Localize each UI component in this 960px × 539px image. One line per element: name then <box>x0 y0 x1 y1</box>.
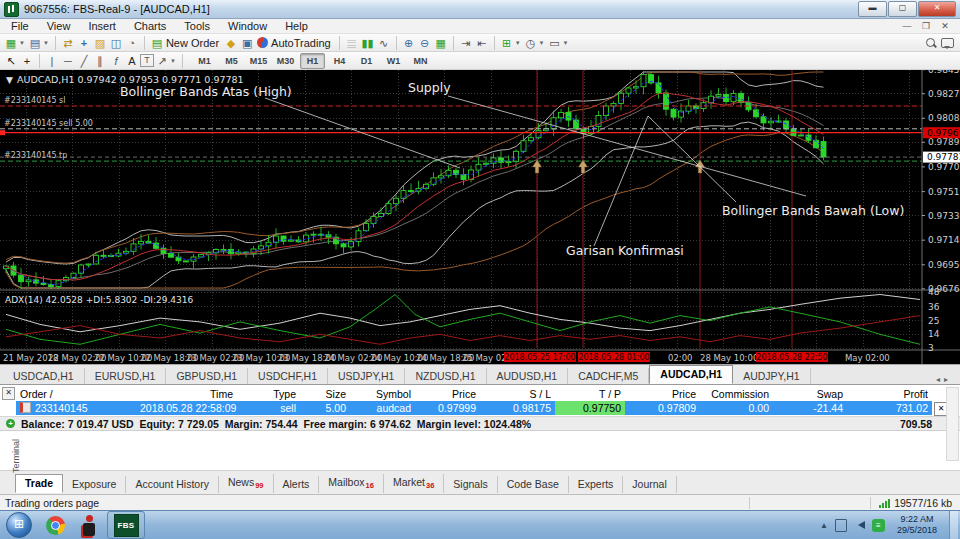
autotrading-icon[interactable] <box>257 37 268 48</box>
horizontal-line-icon[interactable]: ─ <box>60 53 76 69</box>
menu-item-help[interactable]: Help <box>276 20 317 32</box>
strategy-tester-icon[interactable]: ◔ <box>124 35 140 51</box>
profiles-icon[interactable]: ▤ <box>27 35 43 51</box>
timeframe-m30[interactable]: M30 <box>273 53 298 69</box>
templates-dropdown-icon[interactable]: ▼ <box>563 40 569 46</box>
action-center-icon[interactable] <box>835 519 847 532</box>
chart-tab-audjpy-h1[interactable]: AUDJPY,H1 <box>733 368 810 384</box>
auto-scroll-icon[interactable]: ⇥ <box>458 35 474 51</box>
timeframe-mn[interactable]: MN <box>408 53 433 69</box>
zoom-out-icon[interactable]: ⊖ <box>417 35 433 51</box>
start-button[interactable]: ⊞ <box>6 512 32 538</box>
text-label-icon[interactable]: T <box>140 54 154 67</box>
menu-item-window[interactable]: Window <box>219 20 276 32</box>
terminal-tab-exposure[interactable]: Exposure <box>63 476 126 493</box>
app-taskbar-button[interactable] <box>73 512 105 538</box>
channel-icon[interactable]: ∥ <box>92 53 108 69</box>
column-header-t-p[interactable]: T / P <box>555 387 625 401</box>
timeframe-h4[interactable]: H4 <box>327 53 352 69</box>
chart-tab-audcad-h1[interactable]: AUDCAD,H1 <box>649 365 733 384</box>
arrows-dropdown-icon[interactable]: ▼ <box>170 58 176 64</box>
chart-minimize-button[interactable]: — <box>900 21 914 31</box>
profiles-dropdown-icon[interactable]: ▼ <box>43 40 49 46</box>
column-header-swap[interactable]: Swap <box>773 387 847 401</box>
chart-tab-usdcad-h1[interactable]: USDCAD,H1 <box>3 368 85 384</box>
periods-dropdown-icon[interactable]: ▼ <box>539 40 545 46</box>
chart-tab-nzdusd-h1[interactable]: NZDUSD,H1 <box>405 368 486 384</box>
column-header-order[interactable]: Order / <box>16 387 136 401</box>
menu-item-insert[interactable]: Insert <box>79 20 125 32</box>
metaeditor-icon[interactable]: ◆ <box>223 35 239 51</box>
timeframe-w1[interactable]: W1 <box>381 53 406 69</box>
menu-item-charts[interactable]: Charts <box>125 20 175 32</box>
bar-chart-icon[interactable]: 𝄙 <box>344 35 360 51</box>
column-header-price[interactable]: Price <box>415 387 480 401</box>
show-desktop-button[interactable] <box>949 511 958 539</box>
timeframe-d1[interactable]: D1 <box>354 53 379 69</box>
periods-icon[interactable]: ◷ <box>523 35 539 51</box>
new-chart-icon[interactable]: ▦ <box>3 35 19 51</box>
autotrading-button[interactable]: AutoTrading <box>271 37 331 49</box>
column-header-size[interactable]: Size <box>300 387 350 401</box>
timeframe-m5[interactable]: M5 <box>219 53 244 69</box>
timeframe-m15[interactable]: M15 <box>246 53 271 69</box>
menu-item-file[interactable]: File <box>2 20 38 32</box>
messenger-tray-icon[interactable]: ≡ <box>872 519 885 532</box>
search-icon[interactable] <box>926 38 935 47</box>
tab-scroll-arrows[interactable]: ◂▸ <box>936 375 960 384</box>
chart-tab-audusd-h1[interactable]: AUDUSD,H1 <box>487 368 569 384</box>
terminal-icon[interactable]: ◫ <box>108 35 124 51</box>
indicators-dropdown-icon[interactable]: ▼ <box>515 40 521 46</box>
new-order-icon[interactable]: ▤ <box>149 35 165 51</box>
vertical-line-icon[interactable]: | <box>44 53 60 69</box>
terminal-scrollbar[interactable] <box>946 387 959 461</box>
crosshair-icon[interactable]: + <box>19 53 35 69</box>
chart-tab-usdchf-h1[interactable]: USDCHF,H1 <box>248 368 328 384</box>
chrome-taskbar-button[interactable] <box>39 512 71 538</box>
column-header-s-l[interactable]: S / L <box>480 387 555 401</box>
terminal-tab-market[interactable]: Market36 <box>384 474 444 493</box>
column-header-time[interactable]: Time <box>136 387 237 401</box>
title-bar[interactable]: 9067556: FBS-Real-9 - [AUDCAD,H1] ▬ ▢ ✕ <box>0 0 960 19</box>
timeframe-h1[interactable]: H1 <box>300 53 325 69</box>
chart-tab-usdjpy-h1[interactable]: USDJPY,H1 <box>328 368 405 384</box>
fbs-taskbar-button[interactable]: FBS <box>107 511 145 539</box>
taskbar-clock[interactable]: 9:22 AM 29/5/2018 <box>892 514 942 537</box>
terminal-tab-news[interactable]: News99 <box>219 474 274 493</box>
terminal-tab-code-base[interactable]: Code Base <box>498 476 569 493</box>
chart-tab-cadchf-m5[interactable]: CADCHF,M5 <box>568 368 649 384</box>
terminal-tab-experts[interactable]: Experts <box>569 476 624 493</box>
column-header-commission[interactable]: Commission <box>700 387 773 401</box>
column-header-price[interactable]: Price <box>625 387 700 401</box>
chart-tab-eurusd-h1[interactable]: EURUSD,H1 <box>85 368 167 384</box>
close-button[interactable]: ✕ <box>918 1 956 17</box>
templates-icon[interactable]: ▭ <box>547 35 563 51</box>
terminal-close-icon[interactable]: ✕ <box>2 387 15 400</box>
column-header-symbol[interactable]: Symbol <box>350 387 415 401</box>
hidden-icons-arrow[interactable]: ▲ <box>820 521 828 530</box>
chat-icon[interactable] <box>941 38 954 48</box>
navigator-icon[interactable]: ▨ <box>92 35 108 51</box>
chart[interactable]: #233140145 sl#233140145 sell 5.00#233140… <box>0 70 960 364</box>
fibonacci-icon[interactable]: f <box>108 53 124 69</box>
indicators-icon[interactable]: ⊞ <box>499 35 515 51</box>
trendline-icon[interactable]: ╱ <box>76 53 92 69</box>
new-order-button[interactable]: New Order <box>166 37 219 49</box>
minimize-button[interactable]: ▬ <box>858 1 887 17</box>
new-chart-dropdown-icon[interactable]: ▼ <box>19 40 25 46</box>
column-header-type[interactable]: Type <box>237 387 300 401</box>
terminal-tab-trade[interactable]: Trade <box>15 474 63 493</box>
candlestick-icon[interactable]: ▮▮ <box>360 35 376 51</box>
terminal-tab-signals[interactable]: Signals <box>444 476 497 493</box>
terminal-tab-journal[interactable]: Journal <box>623 476 676 493</box>
options-icon[interactable]: ▣ <box>239 35 255 51</box>
maximize-button[interactable]: ▢ <box>888 1 917 17</box>
chart-shift-icon[interactable]: ⇤ <box>474 35 490 51</box>
text-icon[interactable]: A <box>124 53 140 69</box>
chart-close-button[interactable]: ✕ <box>938 21 952 31</box>
line-chart-icon[interactable]: ∿ <box>376 35 392 51</box>
chart-restore-button[interactable]: ❐ <box>919 21 933 31</box>
terminal-tab-mailbox[interactable]: Mailbox16 <box>319 474 384 493</box>
chart-tab-gbpusd-h1[interactable]: GBPUSD,H1 <box>166 368 248 384</box>
menu-item-view[interactable]: View <box>38 20 80 32</box>
